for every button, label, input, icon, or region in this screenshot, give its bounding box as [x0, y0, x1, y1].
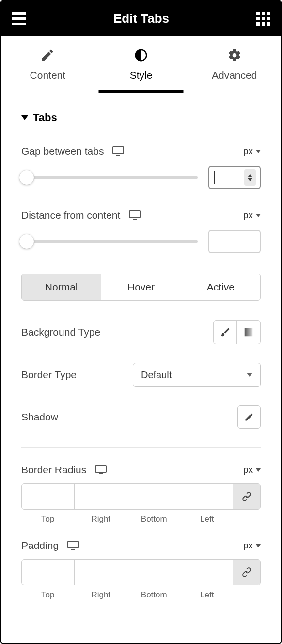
- border-radius-label: Border Radius: [21, 464, 86, 476]
- padding-label: Padding: [21, 540, 59, 551]
- tab-style[interactable]: Style: [94, 36, 188, 93]
- svg-rect-7: [68, 541, 78, 548]
- state-tabs: Normal Hover Active: [21, 274, 261, 301]
- side-bottom: Bottom: [127, 590, 181, 600]
- padding-bottom-input[interactable]: [127, 560, 180, 585]
- bg-gradient-button[interactable]: [237, 321, 260, 344]
- link-icon: [241, 491, 252, 502]
- chevron-down-icon: [256, 544, 261, 547]
- tab-label: Advanced: [212, 69, 257, 81]
- padding-control: Padding px Top Right Bottom Left: [21, 540, 261, 600]
- number-steppers[interactable]: [244, 169, 256, 186]
- desktop-icon[interactable]: [67, 541, 79, 550]
- side-top: Top: [21, 515, 75, 524]
- select-value: Default: [141, 370, 172, 381]
- slider-track: [21, 240, 198, 243]
- border-radius-inputs: [21, 483, 261, 510]
- slider-track: [21, 176, 198, 179]
- svg-rect-3: [133, 219, 137, 220]
- link-icon: [241, 567, 252, 578]
- background-type-row: Background Type: [21, 320, 261, 344]
- side-left: Left: [181, 590, 234, 600]
- chevron-down-icon: [256, 214, 261, 217]
- menu-icon[interactable]: [12, 12, 26, 25]
- state-tab-hover[interactable]: Hover: [101, 274, 181, 300]
- caret-down-icon: [21, 115, 28, 120]
- state-tab-active[interactable]: Active: [181, 274, 260, 300]
- editor-header: Edit Tabs: [1, 1, 281, 36]
- padding-left-input[interactable]: [180, 560, 233, 585]
- svg-rect-8: [71, 549, 75, 550]
- tab-advanced[interactable]: Advanced: [188, 36, 281, 93]
- slider-thumb[interactable]: [19, 234, 34, 249]
- border-radius-control: Border Radius px Top Right Bottom Left: [21, 464, 261, 524]
- side-right: Right: [75, 590, 128, 600]
- state-tab-normal[interactable]: Normal: [22, 274, 101, 300]
- gap-slider[interactable]: [21, 170, 198, 185]
- header-title: Edit Tabs: [113, 11, 169, 26]
- apps-grid-icon[interactable]: [256, 12, 270, 26]
- gear-icon: [227, 48, 242, 63]
- padding-link-button[interactable]: [233, 560, 260, 585]
- tab-content[interactable]: Content: [1, 36, 94, 93]
- gap-label: Gap between tabs: [21, 145, 104, 157]
- side-left: Left: [181, 515, 234, 524]
- radius-left-input[interactable]: [180, 484, 233, 509]
- distance-label-row: Distance from content px: [21, 209, 261, 221]
- section-title: Tabs: [33, 112, 57, 124]
- shadow-label: Shadow: [21, 411, 58, 423]
- unit-text: px: [243, 146, 253, 157]
- svg-rect-5: [95, 466, 106, 472]
- svg-rect-6: [99, 473, 103, 474]
- distance-slider[interactable]: [21, 234, 198, 249]
- desktop-icon[interactable]: [112, 146, 124, 156]
- brush-icon: [220, 327, 231, 338]
- padding-top-input[interactable]: [22, 560, 75, 585]
- distance-label: Distance from content: [21, 209, 120, 221]
- gradient-icon: [243, 327, 254, 338]
- distance-unit-select[interactable]: px: [243, 210, 261, 221]
- gap-unit-select[interactable]: px: [243, 146, 261, 157]
- border-type-label: Border Type: [21, 369, 77, 381]
- desktop-icon[interactable]: [129, 210, 141, 220]
- shadow-row: Shadow: [21, 405, 261, 429]
- padding-right-input[interactable]: [75, 560, 127, 585]
- background-type-buttons: [213, 320, 261, 344]
- style-panel: Tabs Gap between tabs px Distance from c…: [1, 93, 281, 600]
- divider: [21, 447, 261, 448]
- side-right: Right: [75, 515, 128, 524]
- gap-label-row: Gap between tabs px: [21, 145, 261, 157]
- gap-input[interactable]: [208, 166, 261, 189]
- chevron-down-icon: [256, 150, 261, 153]
- desktop-icon[interactable]: [95, 465, 107, 475]
- tab-label: Style: [130, 69, 153, 81]
- border-radius-unit[interactable]: px: [243, 465, 261, 475]
- radius-link-button[interactable]: [233, 484, 260, 509]
- tab-label: Content: [30, 69, 66, 81]
- chevron-down-icon: [247, 373, 252, 377]
- main-tabs: Content Style Advanced: [1, 36, 281, 93]
- side-bottom: Bottom: [127, 515, 181, 524]
- contrast-icon: [134, 48, 148, 63]
- radius-bottom-input[interactable]: [127, 484, 180, 509]
- pencil-icon: [244, 412, 254, 422]
- distance-input[interactable]: [208, 230, 261, 253]
- padding-sides: Top Right Bottom Left: [21, 590, 261, 600]
- border-radius-sides: Top Right Bottom Left: [21, 515, 261, 524]
- radius-right-input[interactable]: [75, 484, 127, 509]
- chevron-down-icon: [256, 468, 261, 472]
- radius-top-input[interactable]: [22, 484, 75, 509]
- shadow-edit-button[interactable]: [237, 405, 261, 429]
- slider-thumb[interactable]: [19, 170, 34, 185]
- distance-slider-row: [21, 230, 261, 253]
- padding-unit[interactable]: px: [243, 540, 261, 551]
- padding-inputs: [21, 559, 261, 585]
- background-type-label: Background Type: [21, 326, 100, 338]
- svg-rect-4: [245, 328, 253, 337]
- pencil-icon: [40, 48, 55, 63]
- unit-text: px: [243, 540, 253, 551]
- svg-rect-0: [113, 147, 124, 154]
- section-tabs-toggle[interactable]: Tabs: [21, 112, 261, 124]
- border-type-select[interactable]: Default: [133, 363, 261, 387]
- bg-classic-button[interactable]: [214, 321, 237, 344]
